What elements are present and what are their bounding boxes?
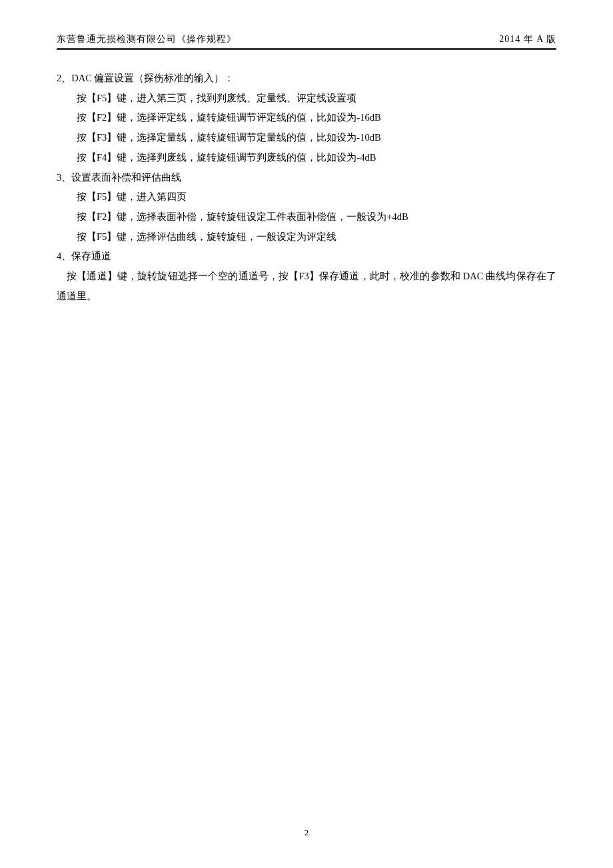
header-left-text: 东营鲁通无损检测有限公司《操作规程》 (57, 33, 237, 45)
document-body: 2、DAC 偏置设置（探伤标准的输入）： 按【F5】键，进入第三页，找到判废线、… (57, 69, 556, 307)
section-2-line-2: 按【F2】键，选择评定线，旋转旋钮调节评定线的值，比如设为-16dB (57, 108, 556, 128)
section-4-title: 4、保存通道 (57, 247, 556, 267)
section-3-line-1: 按【F5】键，进入第四页 (57, 187, 556, 207)
section-4-line-1: 按【通道】键，旋转旋钮选择一个空的通道号，按【F3】保存通道，此时，校准的参数和… (57, 267, 556, 306)
page-number: 2 (305, 827, 309, 837)
section-2-line-3: 按【F3】键，选择定量线，旋转旋钮调节定量线的值，比如设为-10dB (57, 128, 556, 148)
section-3-line-2: 按【F2】键，选择表面补偿，旋转旋钮设定工件表面补偿值，一般设为+4dB (57, 207, 556, 227)
header-right-text: 2014 年 A 版 (499, 33, 556, 45)
section-2-line-1: 按【F5】键，进入第三页，找到判废线、定量线、评定线设置项 (57, 89, 556, 109)
section-3-line-3: 按【F5】键，选择评估曲线，旋转旋钮，一般设定为评定线 (57, 227, 556, 247)
section-2-title: 2、DAC 偏置设置（探伤标准的输入）： (57, 69, 556, 89)
page-footer: 2 (0, 827, 613, 838)
section-3-title: 3、设置表面补偿和评估曲线 (57, 168, 556, 188)
page-header: 东营鲁通无损检测有限公司《操作规程》 2014 年 A 版 (57, 33, 556, 50)
document-page: 东营鲁通无损检测有限公司《操作规程》 2014 年 A 版 2、DAC 偏置设置… (0, 0, 613, 868)
section-2-line-4: 按【F4】键，选择判废线，旋转旋钮调节判废线的值，比如设为-4dB (57, 148, 556, 168)
